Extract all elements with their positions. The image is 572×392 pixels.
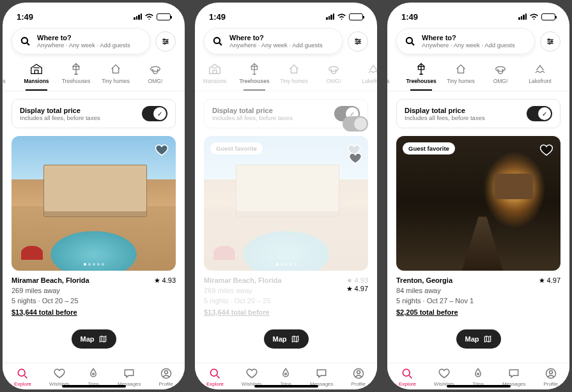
tab-profile[interactable]: Profile <box>351 367 366 387</box>
listing-dates: 5 nights · Oct 27 – Nov 1 <box>396 296 560 306</box>
listing-photo[interactable]: Guest favorite <box>396 136 560 271</box>
tab-messages[interactable]: Messages <box>118 367 141 387</box>
svg-point-11 <box>356 38 357 40</box>
tab-explore[interactable]: Explore <box>399 367 416 387</box>
category-am[interactable]: Am <box>560 59 569 88</box>
price-toggle[interactable] <box>142 106 167 121</box>
wifi-icon <box>144 13 154 20</box>
listing-price: $13,644 total before <box>12 308 77 318</box>
status-bar: 1:49 <box>3 3 185 26</box>
category-label: nsions <box>387 78 389 84</box>
tab-profile[interactable]: Profile <box>158 367 173 387</box>
tab-trips[interactable]: Trips <box>87 367 100 387</box>
svg-point-2 <box>166 40 167 41</box>
svg-point-1 <box>164 38 165 40</box>
listing-photo[interactable] <box>12 136 176 271</box>
tab-trips[interactable]: Trips <box>472 367 484 387</box>
category-treehouses[interactable]: Treehouses <box>56 59 96 88</box>
category-omg[interactable]: OMG! <box>481 59 520 88</box>
svg-point-23 <box>496 66 506 71</box>
filter-icon <box>353 37 362 46</box>
search-sub: Anywhere · Any week · Add guests <box>37 41 130 49</box>
search-icon <box>20 36 31 47</box>
listing-price: $13,644 total before <box>204 308 270 318</box>
price-toggle[interactable] <box>334 106 360 121</box>
tab-messages[interactable]: Messages <box>502 367 525 387</box>
category-label: Mansions <box>203 78 226 84</box>
status-time: 1:49 <box>401 12 418 22</box>
filter-button[interactable] <box>155 31 176 52</box>
filter-button[interactable] <box>348 31 368 52</box>
category-label: Treehouses <box>406 78 436 84</box>
category-mansions[interactable]: Mansions <box>17 59 56 88</box>
svg-point-7 <box>93 373 95 375</box>
tab-explore[interactable]: Explore <box>14 367 31 387</box>
tab-wishlists[interactable]: Wishlists <box>434 367 454 387</box>
category-omg[interactable]: OMG! <box>135 59 175 88</box>
map-icon <box>291 335 300 343</box>
price-title: Display total price <box>405 107 485 114</box>
search-title: Where to? <box>229 34 323 41</box>
filter-button[interactable] <box>540 31 560 52</box>
tab-wishlists[interactable]: Wishlists <box>49 367 70 387</box>
battery-icon <box>349 13 363 20</box>
category-tinyhomes[interactable]: Tiny homes <box>96 59 135 88</box>
wishlist-heart-icon[interactable] <box>539 142 554 158</box>
listing-distance: 84 miles away <box>396 286 560 296</box>
price-toggle-row: Display total price Includes all fees, b… <box>12 99 176 128</box>
listing-rating: ★ 4.97 <box>539 276 560 286</box>
category-label: Treehouses <box>239 78 269 84</box>
tab-trips[interactable]: Trips <box>279 367 292 387</box>
tab-profile[interactable]: Profile <box>543 367 558 387</box>
category-lak[interactable]: Lak <box>175 59 185 88</box>
category-tinyhomes[interactable]: Tiny homes <box>441 59 481 88</box>
listing-price: $2,205 total before <box>396 308 458 318</box>
price-toggle-row: Display total price Includes all fees, b… <box>396 99 560 128</box>
category-itchens[interactable]: itchens <box>3 59 17 88</box>
tab-label: Profile <box>351 381 366 387</box>
cellular-icon <box>134 13 142 20</box>
map-button[interactable]: Map <box>264 329 309 349</box>
tab-explore[interactable]: Explore <box>206 367 224 387</box>
map-button[interactable]: Map <box>456 329 501 349</box>
price-toggle[interactable] <box>527 106 552 121</box>
category-omg[interactable]: OMG! <box>314 59 353 88</box>
wishlist-heart-icon[interactable] <box>154 142 169 158</box>
listing-card[interactable]: Miramar Beach, Florida ★ 4.93 269 miles … <box>12 136 176 317</box>
category-treehouses[interactable]: Treehouses <box>401 59 441 88</box>
price-toggle-row: Display total price Includes all fees, b… <box>204 99 368 128</box>
category-treehouses[interactable]: Treehouses <box>235 59 274 88</box>
category-tinyhomes[interactable]: Tiny homes <box>274 59 314 88</box>
listing-name: Miramar Beach, Florida <box>204 276 282 286</box>
category-label: Lakefront <box>362 78 377 84</box>
category-bar[interactable]: MansionsTreehousesTiny homesOMG!Lakefron… <box>195 59 377 91</box>
map-button[interactable]: Map <box>72 329 116 349</box>
status-time: 1:49 <box>209 12 226 22</box>
listing-card[interactable]: Guest favorite Miramar Beach, Florida ★ … <box>204 136 368 317</box>
search-pill[interactable]: Where to? Anywhere · Any week · Add gues… <box>12 28 150 54</box>
listing-card[interactable]: Guest favorite Trenton, Georgia ★ 4.97 8… <box>396 136 560 317</box>
category-lakefront[interactable]: Lakefront <box>520 59 560 88</box>
search-icon <box>405 36 415 47</box>
search-sub: Anywhere · Any week · Add guests <box>229 41 323 49</box>
listing-distance: 269 miles away <box>204 286 368 296</box>
tab-messages[interactable]: Messages <box>310 367 333 387</box>
wishlist-heart-icon[interactable] <box>346 142 362 158</box>
svg-point-10 <box>214 38 220 43</box>
svg-point-5 <box>151 66 160 71</box>
category-lakefront[interactable]: Lakefront <box>353 59 377 88</box>
svg-point-0 <box>22 38 27 43</box>
svg-point-14 <box>329 66 339 71</box>
listing-name: Miramar Beach, Florida <box>12 276 89 286</box>
category-bar[interactable]: itchensMansionsTreehousesTiny homesOMG!L… <box>3 59 185 91</box>
category-nsions[interactable]: nsions <box>387 59 401 88</box>
category-mansions[interactable]: Mansions <box>195 59 235 88</box>
tab-wishlists[interactable]: Wishlists <box>242 367 262 387</box>
phone-screen-1: 1:49 Where to? Anywhere · Any week · Add… <box>195 3 377 389</box>
listing-photo[interactable]: Guest favorite <box>204 136 368 271</box>
category-bar[interactable]: nsionsTreehousesTiny homesOMG!LakefrontA… <box>387 59 569 91</box>
search-pill[interactable]: Where to? Anywhere · Any week · Add gues… <box>396 28 535 54</box>
status-time: 1:49 <box>17 12 33 22</box>
svg-point-15 <box>211 369 218 376</box>
search-pill[interactable]: Where to? Anywhere · Any week · Add gues… <box>204 28 343 54</box>
